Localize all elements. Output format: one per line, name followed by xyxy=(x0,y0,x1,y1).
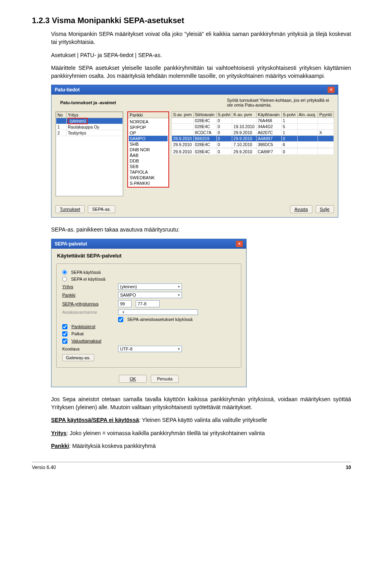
gateway-button[interactable]: Gateway-as. xyxy=(62,354,94,361)
cancel-button[interactable]: Peruuta xyxy=(151,375,179,383)
bank-item[interactable]: SP/POP xyxy=(129,125,168,130)
label-sepa-tunnus: SEPA-yritystunnus xyxy=(62,301,114,306)
tunnukset-button[interactable]: Tunnukset xyxy=(55,205,85,213)
bank-item[interactable]: S-PANKKI xyxy=(129,180,168,186)
bank-item[interactable]: NORDEA xyxy=(129,119,168,125)
intro-para-1: Visma Monipankin SEPA määritykset voivat… xyxy=(51,30,351,46)
sepa-titlebar: SEPA-palvelut × xyxy=(51,239,246,249)
table-row-selected[interactable]: 29.9.2010B66319029.9.2010A4A8970 xyxy=(172,136,334,142)
pankki-select[interactable]: SAMPO xyxy=(118,292,182,298)
label-koodaus: Koodaus xyxy=(62,346,114,351)
bank-item[interactable]: DNB NOR xyxy=(129,147,168,152)
company-list[interactable]: No Yritys (yleinen) 1Rautakauppa Oy 2Tes… xyxy=(55,111,123,196)
close-icon[interactable]: × xyxy=(328,87,335,93)
patu-title: Patu-tiedot xyxy=(55,87,80,93)
asiakasvarmenne-select xyxy=(118,309,198,315)
desc-pankki: Pankki: Määrityksiä koskeva pankkiryhmä xyxy=(51,442,351,450)
patu-window: Patu-tiedot × Patu-tunnukset ja -avaimet… xyxy=(51,85,338,218)
desc-yritys: Yritys: Joko yleinen = voimassa kaikilla… xyxy=(51,429,351,437)
sulje-button[interactable]: Sulje xyxy=(316,205,334,213)
close-icon[interactable]: × xyxy=(236,241,243,247)
bank-list-header: Pankki xyxy=(128,112,168,118)
table-row[interactable]: 8CDC7A029.9.2010A6207C1X xyxy=(172,130,334,136)
nav-path: Asetukset | PATU- ja SEPA-tiedot | SEPA-… xyxy=(51,51,351,59)
bank-item[interactable]: TAPIOLA xyxy=(129,169,168,175)
caption-sepa-dialog: SEPA-as. painikkeen takaa avautuva määri… xyxy=(51,226,351,234)
sepa-title: SEPA-palvelut xyxy=(55,241,87,247)
sepa-dialog: SEPA-palvelut × Käytettävät SEPA-palvelu… xyxy=(51,239,247,387)
label-pankki: Pankki xyxy=(62,293,114,297)
yritys-select[interactable]: (yleinen) xyxy=(118,283,182,290)
sepa-tunnus-a[interactable]: 99 xyxy=(118,300,132,307)
bank-item[interactable]: SHB xyxy=(129,141,168,147)
chk-aineisto[interactable] xyxy=(118,317,123,322)
intro-para-2: Määrittele SEPA asetukset yleiselle taso… xyxy=(51,64,351,80)
col-header: S-av. pvm xyxy=(172,112,194,118)
radio-off-input[interactable] xyxy=(62,277,67,281)
bank-item[interactable]: SEB xyxy=(129,164,168,169)
col-header: Ain.-suoj. xyxy=(297,112,318,118)
col-yritys: Yritys xyxy=(67,112,123,118)
patu-hint: Syötä tunnukset Yleinen-kohtaan, jos eri… xyxy=(222,97,334,110)
sepa-tunnus-b[interactable]: 77-8 xyxy=(136,300,160,307)
chk-valuutta[interactable] xyxy=(62,339,67,344)
label-asiakasvarmenne: Asiakasvarmenne xyxy=(62,310,114,315)
bank-item[interactable]: ÅAB xyxy=(129,152,168,158)
radio-on-input[interactable] xyxy=(62,270,67,275)
col-no: No xyxy=(56,112,67,118)
radio-sepa-off[interactable]: SEPA ei käytössä xyxy=(62,277,235,281)
chk-pankkisiirrot[interactable] xyxy=(62,324,67,329)
koodaus-select[interactable]: UTF-8 xyxy=(118,346,182,352)
col-header: Pyyntö xyxy=(318,112,334,118)
bank-item[interactable]: SWEDBANK xyxy=(129,175,168,180)
label-yritys: Yritys xyxy=(62,284,114,289)
table-row[interactable]: 29.9.2010028E4C029.9.2010CA89F70 xyxy=(172,149,334,155)
table-row[interactable]: 028E4C076A4681 xyxy=(172,118,334,124)
sepa-as-button[interactable]: SEPA-as. xyxy=(88,205,115,213)
ok-button[interactable]: OK xyxy=(119,375,147,383)
desc-sepa-toggle: SEPA käytössä/SEPA ei käytössä: Yleinen … xyxy=(51,416,351,424)
col-header: Siirtoavain xyxy=(193,112,216,118)
footer-page-number: 10 xyxy=(346,465,351,470)
para-after-dialog: Jos Sepa aineistot otetaan samalla taval… xyxy=(51,395,351,412)
company-row[interactable]: 1Rautakauppa Oy xyxy=(56,124,123,130)
keys-table: S-av. pvm Siirtoavain S-polvi K-av. pvm … xyxy=(172,111,334,155)
chk-palkat[interactable] xyxy=(62,331,67,337)
bank-list[interactable]: Pankki NORDEA SP/POP OP SAMPO SHB DNB NO… xyxy=(127,111,169,188)
yleinen-highlight: (yleinen) xyxy=(68,118,88,124)
table-row[interactable]: 29.9.2010028E4C07.10.2010388DC56 xyxy=(172,142,334,148)
col-header: Käyttöavain xyxy=(256,112,281,118)
patu-subtitle: Patu-tunnukset ja -avaimet xyxy=(55,97,121,106)
sepa-header: Käytettävät SEPA-palvelut xyxy=(51,249,246,259)
company-row-yleinen[interactable]: (yleinen) xyxy=(56,118,123,124)
bank-item[interactable]: OP xyxy=(129,130,168,136)
avusta-button[interactable]: Avusta xyxy=(290,205,312,213)
table-row[interactable]: 028E4C019.10.201034A4D25 xyxy=(172,124,334,130)
col-header: K-av. pvm xyxy=(232,112,257,118)
footer-version: Versio 6.40 xyxy=(32,465,56,470)
section-heading: 1.2.3 Visma Monipankki SEPA-asetukset xyxy=(32,16,351,25)
col-header: S-polvi xyxy=(216,112,232,118)
bank-item-selected[interactable]: SAMPO xyxy=(129,136,168,141)
company-row[interactable]: 2Testiyritys xyxy=(56,130,123,136)
patu-titlebar: Patu-tiedot × xyxy=(51,85,338,95)
bank-item[interactable]: DDB xyxy=(129,158,168,164)
col-header: S-polvi xyxy=(281,112,297,118)
radio-sepa-on[interactable]: SEPA käytössä xyxy=(62,270,235,275)
